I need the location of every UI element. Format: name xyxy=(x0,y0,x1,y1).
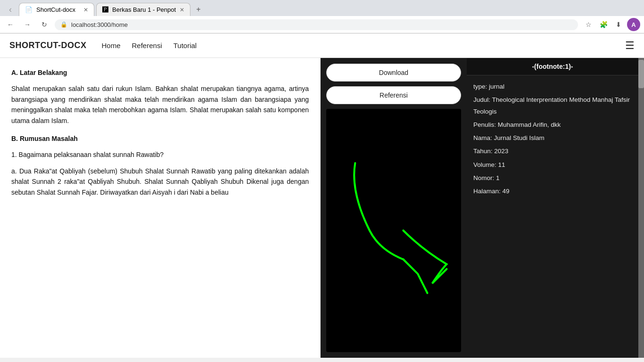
app-navbar: SHORTCUT-DOCX Home Referensi Tutorial ☰ xyxy=(0,33,644,58)
footnote-item-halaman: Halaman: 49 xyxy=(473,186,632,197)
footnote-item-volume: Volume: 11 xyxy=(473,159,632,171)
new-tab-button[interactable]: + xyxy=(192,3,204,16)
doc-heading-2: B. Rumusan Masalah xyxy=(11,133,309,144)
profile-button[interactable]: A xyxy=(627,18,640,31)
nav-links: Home Referensi Tutorial xyxy=(102,41,197,49)
footnote-type-text: type: jurnal xyxy=(473,83,504,90)
address-bar: ← → ↻ 🔒 localhost:3000/home ☆ 🧩 ⬇ A xyxy=(0,16,644,33)
forward-button[interactable]: → xyxy=(21,18,34,31)
nav-tutorial[interactable]: Tutorial xyxy=(173,41,197,49)
footnote-panel: -(footnote:1)- type: jurnal Judul: Theol… xyxy=(467,58,638,358)
download-icon[interactable]: ⬇ xyxy=(612,18,625,31)
url-bar[interactable]: 🔒 localhost:3000/home xyxy=(55,19,578,30)
footnote-nomor-text: Nomor: 1 xyxy=(473,174,500,181)
footnote-body: type: jurnal Judul: Theological Interpre… xyxy=(467,75,638,358)
footnote-item-tahun: Tahun: 2023 xyxy=(473,146,632,157)
lock-icon: 🔒 xyxy=(60,21,67,28)
hamburger-menu[interactable]: ☰ xyxy=(625,40,635,52)
canvas-area xyxy=(326,109,461,352)
drawing-canvas xyxy=(326,109,461,352)
tab-history-back[interactable]: ‹ xyxy=(4,3,17,16)
footnote-item-nama: Nama: Jurnal Studi Islam xyxy=(473,132,632,144)
tab2-close-icon[interactable]: ✕ xyxy=(180,7,184,13)
referensi-button[interactable]: Referensi xyxy=(326,86,461,104)
browser-chrome: ‹ 📄 ShortCut-docx ✕ 🅿 Berkas Baru 1 - Pe… xyxy=(0,0,644,33)
footnote-item-nomor: Nomor: 1 xyxy=(473,173,632,184)
footnote-item-judul: Judul: Theological Interprentation Metho… xyxy=(473,94,632,117)
tab1-close-icon[interactable]: ✕ xyxy=(83,7,88,13)
footnote-item-type: type: jurnal xyxy=(473,81,632,92)
tab-penpot[interactable]: 🅿 Berkas Baru 1 - Penpot ✕ xyxy=(96,3,190,16)
app-logo: SHORTCUT-DOCX xyxy=(9,41,87,50)
tab2-label: Berkas Baru 1 - Penpot xyxy=(112,6,176,13)
right-scrollbar[interactable] xyxy=(638,58,644,358)
document-panel[interactable]: A. Latar Belakang Shalat merupakan salah… xyxy=(0,58,321,358)
tab2-icon: 🅿 xyxy=(102,6,108,13)
tab-bar: ‹ 📄 ShortCut-docx ✕ 🅿 Berkas Baru 1 - Pe… xyxy=(0,0,644,16)
url-text: localhost:3000/home xyxy=(71,21,128,28)
footnote-tahun-text: Tahun: 2023 xyxy=(473,148,508,155)
footnote-header: -(footnote:1)- xyxy=(467,58,638,75)
footnote-volume-text: Volume: 11 xyxy=(473,161,505,168)
scroll-thumb[interactable] xyxy=(638,60,644,88)
right-panel-wrapper: -(footnote:1)- type: jurnal Judul: Theol… xyxy=(467,58,644,358)
footnote-penulis-text: Penulis: Muhammad Arifin, dkk xyxy=(473,121,561,128)
back-button[interactable]: ← xyxy=(4,18,17,31)
download-button[interactable]: Download xyxy=(326,64,461,82)
doc-heading-1: A. Latar Belakang xyxy=(11,67,309,78)
doc-question-1: 1. Bagaimana pelaksanaan shalat sunnah R… xyxy=(11,149,309,160)
nav-referensi[interactable]: Referensi xyxy=(132,41,162,49)
nav-home[interactable]: Home xyxy=(102,41,121,49)
middle-panel: Download Referensi xyxy=(321,58,467,358)
extension-icon[interactable]: 🧩 xyxy=(597,18,610,31)
tab1-icon: 📄 xyxy=(25,6,33,13)
footnote-item-penulis: Penulis: Muhammad Arifin, dkk xyxy=(473,119,632,131)
doc-paragraph-1: Shalat merupakan salah satu dari rukun I… xyxy=(11,83,309,126)
main-content: A. Latar Belakang Shalat merupakan salah… xyxy=(0,58,644,358)
tab1-label: ShortCut-docx xyxy=(36,6,75,13)
footnote-nama-text: Nama: Jurnal Studi Islam xyxy=(473,134,545,141)
address-actions: ☆ 🧩 ⬇ A xyxy=(582,18,640,31)
refresh-button[interactable]: ↻ xyxy=(38,18,51,31)
doc-answer-1: a. Dua Raka"at Qabliyah (sebelum) Shubuh… xyxy=(11,166,309,197)
bookmark-icon[interactable]: ☆ xyxy=(582,18,595,31)
footnote-judul-text: Judul: Theological Interprentation Metho… xyxy=(473,96,630,115)
tab-shortcut-docx[interactable]: 📄 ShortCut-docx ✕ xyxy=(19,3,94,16)
footnote-halaman-text: Halaman: 49 xyxy=(473,188,510,195)
